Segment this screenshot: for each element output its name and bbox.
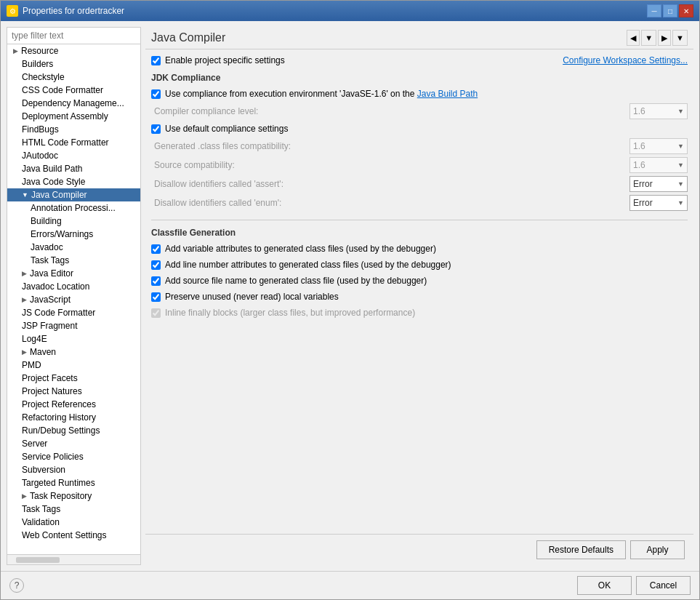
tree-item-findbugs[interactable]: FindBugs bbox=[7, 123, 140, 136]
add-variable-checkbox[interactable] bbox=[151, 244, 161, 254]
generated-class-value: 1.6 bbox=[633, 141, 645, 151]
tree-item-jautodoc[interactable]: JAutodoc bbox=[7, 149, 140, 162]
use-compliance-checkbox[interactable] bbox=[151, 89, 161, 99]
tree-item-java-editor[interactable]: ▶ Java Editor bbox=[7, 267, 140, 280]
tree-item-validation[interactable]: Validation bbox=[7, 516, 140, 529]
bottom-bar: Restore Defaults Apply bbox=[145, 534, 693, 565]
tree-item-label: Resource bbox=[21, 46, 58, 56]
tree-item-builders[interactable]: Builders bbox=[7, 57, 140, 71]
add-source-file-row: Add source file name to generated class … bbox=[151, 274, 688, 287]
tree-item-java-compiler[interactable]: ▼ Java Compiler bbox=[7, 188, 140, 201]
java-build-path-link[interactable]: Java Build Path bbox=[417, 89, 478, 99]
forward-button[interactable]: ▶ bbox=[658, 30, 671, 46]
tree-item-dependency[interactable]: Dependency Manageme... bbox=[7, 97, 140, 110]
horizontal-scrollbar[interactable] bbox=[7, 554, 140, 564]
tree-item-js-formatter[interactable]: JS Code Formatter bbox=[7, 306, 140, 319]
compiler-level-row: Compiler compliance level: 1.6 ▼ bbox=[151, 103, 688, 119]
preserve-unused-checkbox[interactable] bbox=[151, 292, 161, 302]
inline-finally-checkbox[interactable] bbox=[151, 308, 161, 318]
enable-specific-checkbox[interactable] bbox=[151, 56, 161, 65]
tree-item-deployment[interactable]: Deployment Assembly bbox=[7, 110, 140, 123]
back-button[interactable]: ◀ bbox=[627, 30, 640, 46]
apply-button[interactable]: Apply bbox=[630, 540, 685, 559]
tree-item-errors-warnings[interactable]: Errors/Warnings bbox=[7, 228, 140, 241]
arrow-icon: ▶ bbox=[13, 47, 18, 55]
title-bar-left: ⚙ Properties for ordertracker bbox=[7, 5, 124, 17]
tree-item-annotation[interactable]: Annotation Processi... bbox=[7, 201, 140, 215]
source-compat-select: 1.6 ▼ bbox=[629, 157, 688, 173]
window-title: Properties for ordertracker bbox=[23, 6, 124, 16]
preserve-unused-label: Preserve unused (never read) local varia… bbox=[165, 292, 339, 302]
ok-button[interactable]: OK bbox=[577, 576, 632, 595]
inline-finally-row: Inline finally blocks (larger class file… bbox=[151, 306, 688, 319]
right-panel: Java Compiler ◀ ▼ ▶ ▼ Enable project bbox=[145, 27, 693, 565]
tree-item-web-content[interactable]: Web Content Settings bbox=[7, 529, 140, 542]
tree-item-javadoc-location[interactable]: Javadoc Location bbox=[7, 280, 140, 293]
add-line-number-label: Add line number attributes to generated … bbox=[165, 260, 451, 270]
tree-item-resource[interactable]: ▶ Resource bbox=[7, 44, 140, 57]
tree-item-jsp-fragment[interactable]: JSP Fragment bbox=[7, 319, 140, 332]
jdk-compliance-section: JDK Compliance Use compliance from execu… bbox=[151, 73, 688, 211]
help-button[interactable]: ? bbox=[9, 578, 24, 593]
tree-item-run-debug[interactable]: Run/Debug Settings bbox=[7, 424, 140, 437]
tree-item-log4e[interactable]: Log4E bbox=[7, 332, 140, 345]
tree-item-project-facets[interactable]: Project Facets bbox=[7, 372, 140, 385]
add-variable-label: Add variable attributes to generated cla… bbox=[165, 244, 436, 254]
select-arrow-icon: ▼ bbox=[677, 161, 684, 169]
compiler-level-value: 1.6 bbox=[633, 106, 645, 116]
back-dropdown-button[interactable]: ▼ bbox=[641, 30, 656, 46]
tree-item-task-tags-child[interactable]: Task Tags bbox=[7, 254, 140, 267]
use-default-label: Use default compliance settings bbox=[165, 124, 288, 134]
tree-item-java-code-style[interactable]: Java Code Style bbox=[7, 175, 140, 188]
filter-input[interactable] bbox=[7, 28, 140, 44]
forward-dropdown-button[interactable]: ▼ bbox=[672, 30, 688, 46]
scrollbar-thumb[interactable] bbox=[16, 557, 60, 563]
maximize-button[interactable]: □ bbox=[663, 4, 677, 17]
configure-workspace-link[interactable]: Configure Workspace Settings... bbox=[563, 55, 688, 65]
tree-item-server[interactable]: Server bbox=[7, 437, 140, 450]
source-compat-value: 1.6 bbox=[633, 160, 645, 170]
add-line-number-checkbox[interactable] bbox=[151, 260, 161, 270]
tree-item-project-natures[interactable]: Project Natures bbox=[7, 385, 140, 398]
tree-item-java-build-path[interactable]: Java Build Path bbox=[7, 162, 140, 175]
panel-nav: ◀ ▼ ▶ ▼ bbox=[627, 30, 688, 46]
main-window: ⚙ Properties for ordertracker ─ □ ✕ ▶ Re… bbox=[0, 0, 700, 600]
arrow-icon: ▶ bbox=[22, 296, 27, 303]
tree-area: ▶ Resource Builders Checkstyle CSS Code … bbox=[7, 44, 140, 554]
use-default-checkbox[interactable] bbox=[151, 124, 161, 134]
cancel-button[interactable]: Cancel bbox=[636, 576, 691, 595]
minimize-button[interactable]: ─ bbox=[647, 4, 661, 17]
tree-item-targeted-runtimes[interactable]: Targeted Runtimes bbox=[7, 476, 140, 489]
disallow-assert-value: Error bbox=[633, 179, 653, 189]
tree-item-building[interactable]: Building bbox=[7, 215, 140, 228]
enable-row: Enable project specific settings Configu… bbox=[151, 55, 688, 65]
tree-item-project-references[interactable]: Project References bbox=[7, 398, 140, 411]
disallow-enum-select[interactable]: Error ▼ bbox=[629, 195, 688, 211]
disallow-assert-select[interactable]: Error ▼ bbox=[629, 176, 688, 192]
tree-item-css-formatter[interactable]: CSS Code Formatter bbox=[7, 84, 140, 97]
tree-item-pmd[interactable]: PMD bbox=[7, 359, 140, 372]
panel-title: Java Compiler bbox=[151, 31, 225, 44]
tree-item-maven[interactable]: ▶ Maven bbox=[7, 345, 140, 359]
restore-defaults-button[interactable]: Restore Defaults bbox=[536, 540, 626, 559]
add-source-file-checkbox[interactable] bbox=[151, 276, 161, 286]
close-button[interactable]: ✕ bbox=[679, 4, 693, 17]
tree-item-refactoring[interactable]: Refactoring History bbox=[7, 411, 140, 424]
footer-bar: ? OK Cancel bbox=[1, 571, 699, 599]
tree-item-subversion[interactable]: Subversion bbox=[7, 463, 140, 476]
generated-class-select: 1.6 ▼ bbox=[629, 138, 688, 154]
tree-item-task-tags[interactable]: Task Tags bbox=[7, 503, 140, 516]
inline-finally-label: Inline finally blocks (larger class file… bbox=[165, 308, 415, 318]
preserve-unused-row: Preserve unused (never read) local varia… bbox=[151, 290, 688, 303]
tree-item-javadoc[interactable]: Javadoc bbox=[7, 241, 140, 254]
tree-item-checkstyle[interactable]: Checkstyle bbox=[7, 71, 140, 84]
left-panel: ▶ Resource Builders Checkstyle CSS Code … bbox=[7, 27, 141, 565]
classfile-generation-section: Classfile Generation Add variable attrib… bbox=[151, 228, 688, 319]
tree-item-label: Java Editor bbox=[30, 268, 73, 279]
title-buttons: ─ □ ✕ bbox=[647, 4, 693, 17]
tree-item-javascript[interactable]: ▶ JavaScript bbox=[7, 293, 140, 306]
source-compat-row: Source compatibility: 1.6 ▼ bbox=[151, 157, 688, 173]
tree-item-task-repository[interactable]: ▶ Task Repository bbox=[7, 489, 140, 503]
tree-item-service-policies[interactable]: Service Policies bbox=[7, 450, 140, 463]
tree-item-html-formatter[interactable]: HTML Code Formatter bbox=[7, 136, 140, 149]
